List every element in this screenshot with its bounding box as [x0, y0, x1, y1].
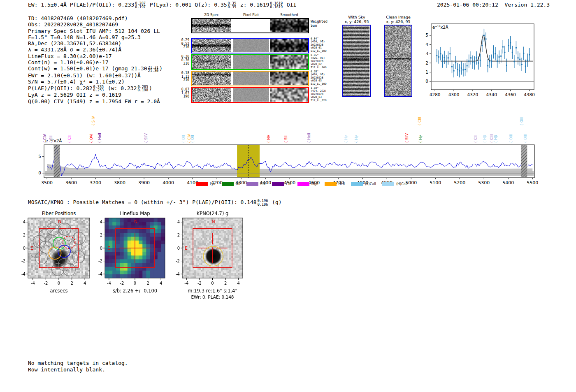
kpno-image-xtick: -4 — [184, 281, 188, 285]
aperture-circle — [203, 246, 223, 266]
kpno-image-ytick: 0 — [177, 246, 180, 251]
north-label: N — [212, 219, 215, 224]
emission-line-label: { Hγ — [418, 135, 423, 143]
legend-item: OII — [222, 182, 240, 186]
data-point — [495, 53, 496, 54]
data-point — [478, 63, 479, 64]
info-line: S/N = 5.7(±0.4) χ² = 1.1(±0.2) — [28, 79, 163, 85]
north-label: N — [134, 219, 137, 224]
clean-image-title: Clean Imagex, y: 426, 95 — [386, 15, 411, 24]
inset-units-label: e⁻¹⁷x2Å — [432, 25, 448, 30]
spec2d-image — [192, 55, 231, 69]
cutout-row-meta: 0.84"(426, 95)20220228v028_01512_LL_009 — [311, 37, 326, 53]
report-timestamp: 2025-01-06 00:20:12 — [437, 2, 498, 8]
with-sky-image — [343, 26, 369, 96]
mosaic-fraction: 0.1960.106 — [258, 199, 268, 206]
east-label: E — [185, 246, 188, 251]
selected-fiber-red — [63, 236, 75, 248]
info-line: Cont(n) = 1.10(±0.06)e-17 — [28, 59, 163, 65]
legend-swatch — [325, 182, 337, 186]
legend-label: (K)CaII — [365, 182, 376, 186]
main-xtick: 3500 — [41, 180, 53, 186]
fiber-circle — [58, 258, 70, 271]
full-spectrum-svg: 3500360037003800390040004100420043004400… — [0, 103, 576, 191]
fiber-circle — [70, 240, 82, 252]
full-spectrum-plot: 3500360037003800390040004100420043004400… — [0, 103, 576, 191]
data-point — [527, 60, 528, 61]
data-point — [516, 47, 517, 49]
emission-line-label: { Hβ — [483, 135, 487, 143]
data-point — [453, 70, 455, 72]
info-text: RA,Dec (230.336761,52.638340) — [28, 40, 121, 46]
emission-line-label: { OII — [181, 135, 186, 143]
legend-item: (K)CaII — [351, 182, 376, 186]
header-summary-line: EW: 1.5±0.4Å P(LAE)/P(OII): 0.2330.2870.… — [28, 2, 296, 9]
fiber-positions-xlabel: arcsecs — [16, 288, 102, 294]
data-point — [497, 60, 498, 62]
inset-ytick: 3 — [425, 51, 428, 56]
legend-label: (H)CaII — [396, 182, 407, 186]
emission-line-label: { SiIV — [91, 116, 95, 126]
smoothed-image — [270, 55, 308, 69]
data-point — [440, 53, 441, 54]
kpno-image-xlabel: m:19.3 re:1.6" s:1.4" — [170, 288, 255, 294]
legend-label: CIV — [260, 182, 266, 186]
data-point — [489, 61, 490, 62]
data-point — [512, 52, 513, 53]
fiber-circle — [35, 252, 47, 264]
legend-item: Lyα — [196, 182, 216, 186]
smoothed-image — [270, 88, 308, 102]
data-point — [442, 60, 443, 62]
spec2d-image — [192, 72, 231, 85]
kpno-image-panel: KPNO(24.7) g-4-2024420-2-4NEm:19.3 re:1.… — [169, 211, 263, 309]
info-text: LyA z = 2.5629 OII z = 0.1619 — [28, 92, 121, 98]
footer-line: Row intentionally blank. — [28, 366, 128, 373]
data-point — [449, 53, 451, 54]
fiber-positions-ytick: -2 — [21, 259, 26, 263]
legend-swatch — [222, 182, 234, 186]
emission-line-label: { OII — [190, 135, 195, 143]
emission-line-label: { OIII — [523, 134, 527, 143]
elixer-detection-report: EW: 1.5±0.4Å P(LAE)/P(OII): 0.2330.2870.… — [0, 0, 576, 392]
inset-xtick: 4320 — [467, 92, 478, 97]
legend-item: CIII — [272, 182, 291, 186]
footer-notes: No matching targets in catalog.Row inten… — [28, 360, 128, 373]
mosaic-text: MOSAIC/KPNO : Possible Matches = 0 (with… — [28, 199, 257, 205]
info-text: F=1.5" T=0.148 N=1.46 A=0.97 g=25.3 — [28, 34, 141, 40]
inset-xtick: 4340 — [486, 92, 497, 97]
report-version: Version 1.22.3 — [504, 2, 550, 8]
info-fraction: 21.3121.30 — [148, 66, 159, 72]
legend-item: HeII — [325, 182, 345, 186]
detection-highlight-band — [237, 145, 260, 177]
lineflux-map-xtick: -2 — [120, 281, 124, 285]
info-line: EWr = 2.10(±0.51) (w: 1.60(±0.37))Å — [28, 72, 163, 79]
cutout-row-stats: 0.260.76216 — [173, 55, 189, 66]
cutout-row — [191, 38, 309, 53]
fiber-positions-xtick: -2 — [44, 281, 48, 285]
inset-xtick: 4380 — [524, 92, 535, 97]
footer-line: No matching targets in catalog. — [28, 360, 128, 366]
main-xtick: 5100 — [430, 180, 441, 186]
data-point — [513, 61, 515, 62]
data-point — [451, 66, 453, 67]
east-label: E — [107, 246, 110, 251]
weighted-sum-row — [191, 18, 309, 33]
main-xtick: 5300 — [478, 180, 490, 186]
cutout-col-header: Smoothed — [280, 13, 298, 17]
cutout-row-meta: 0.95"(426, 95)20220228v028_03512_LL_009 — [311, 70, 326, 86]
fiber-positions-ytick: -4 — [21, 272, 26, 276]
summary-text: EW: 1.5±0.4Å P(LAE)/P(OII): 0.233 — [28, 2, 134, 8]
emission-line-label: { OVI — [89, 134, 93, 143]
legend-label: HeII — [339, 182, 345, 186]
kpno-image-ytick: 4 — [177, 220, 180, 224]
kpno-image-xtick: 2 — [224, 281, 227, 285]
inset-ytick: 1 — [425, 70, 428, 74]
legend-label: MgII — [311, 182, 318, 186]
with-sky-title: With Skyx, y: 426, 95 — [344, 15, 369, 24]
data-point — [476, 57, 477, 58]
kpno-image-ytick: -4 — [176, 272, 180, 276]
weighted-sum-label: WeightedSum — [311, 20, 327, 28]
data-point — [480, 60, 481, 61]
detection-info-block: ID: 4018207469 (4018207469.pdf)Obs: 2022… — [28, 15, 163, 104]
lineflux-map-xtick: 0 — [134, 281, 136, 285]
